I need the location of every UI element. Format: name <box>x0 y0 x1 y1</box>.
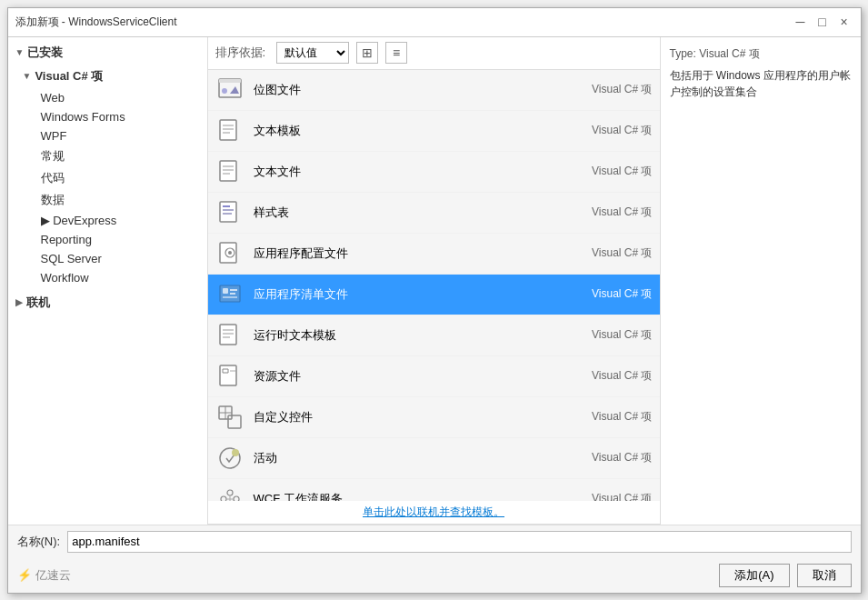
item-icon <box>215 198 244 227</box>
watermark-icon: ⚡ <box>17 568 32 582</box>
dialog-title: 添加新项 - WindowsServiceClient <box>15 15 177 30</box>
grid-view-button[interactable]: ⊞ <box>356 42 378 64</box>
item-name: 文本模板 <box>254 123 580 139</box>
item-name: 文本文件 <box>254 164 580 180</box>
nav-devexpress[interactable]: ▶ DevExpress <box>8 211 207 230</box>
list-item[interactable]: WCF 工作流服务 Visual C# 项 <box>208 479 660 501</box>
dialog: 添加新项 - WindowsServiceClient ─ □ × ▼ 已安装 … <box>7 7 862 594</box>
installed-label: 已安装 <box>27 45 63 61</box>
item-category: Visual C# 项 <box>580 245 653 261</box>
nav-web[interactable]: Web <box>8 88 207 107</box>
middle-panel: 排序依据: 默认值 名称 类型 ⊞ ≡ 位图文件 Visual C# 项 <box>208 37 661 525</box>
list-item[interactable]: 运行时文本模板 Visual C# 项 <box>208 315 660 356</box>
watermark: ⚡ 亿速云 <box>17 567 71 584</box>
item-name: 应用程序清单文件 <box>254 286 580 303</box>
item-category: Visual C# 项 <box>580 327 653 343</box>
item-icon <box>215 116 244 145</box>
svg-rect-31 <box>228 415 241 428</box>
add-button[interactable]: 添加(A) <box>719 564 789 587</box>
item-category: Visual C# 项 <box>580 450 653 465</box>
nav-workflow[interactable]: Workflow <box>8 268 207 287</box>
svg-rect-15 <box>223 213 232 215</box>
visual-csharp-label: Visual C# 项 <box>35 68 103 85</box>
item-name: WCF 工作流服务 <box>254 491 580 501</box>
list-item[interactable]: 资源文件 Visual C# 项 <box>208 356 660 397</box>
item-icon <box>215 75 244 105</box>
nav-sqlserver[interactable]: SQL Server <box>8 249 207 268</box>
nav-data[interactable]: 数据 <box>8 189 207 211</box>
item-name: 活动 <box>254 450 580 466</box>
installed-chevron: ▼ <box>15 47 25 57</box>
svg-point-37 <box>234 496 239 501</box>
list-item[interactable]: 自定义控件 Visual C# 项 <box>208 397 660 438</box>
item-icon <box>215 239 244 268</box>
installed-section[interactable]: ▼ 已安装 <box>8 41 207 65</box>
svg-rect-21 <box>230 289 237 291</box>
title-bar: 添加新项 - WindowsServiceClient ─ □ × <box>8 8 861 37</box>
title-buttons: ─ □ × <box>792 13 853 31</box>
item-category: Visual C# 项 <box>580 368 653 384</box>
svg-rect-12 <box>220 202 236 222</box>
item-icon <box>215 485 244 501</box>
item-name: 位图文件 <box>254 82 580 98</box>
list-item[interactable]: 样式表 Visual C# 项 <box>208 193 660 234</box>
item-name: 资源文件 <box>254 368 580 385</box>
item-name: 运行时文本模板 <box>254 327 580 344</box>
list-item[interactable]: 应用程序配置文件 Visual C# 项 <box>208 234 660 275</box>
svg-rect-22 <box>230 293 235 295</box>
nav-code[interactable]: 代码 <box>8 167 207 189</box>
svg-marker-3 <box>230 86 239 94</box>
minimize-button[interactable]: ─ <box>792 13 810 31</box>
name-bar: 名称(N): <box>8 525 861 558</box>
visual-csharp-chevron: ▼ <box>23 71 32 81</box>
svg-point-38 <box>227 490 233 495</box>
item-icon <box>215 321 244 350</box>
list-item[interactable]: 文本文件 Visual C# 项 <box>208 152 660 193</box>
right-panel: Type: Visual C# 项 包括用于 Windows 应用程序的用户帐户… <box>661 37 861 525</box>
item-icon <box>215 280 244 309</box>
nav-reporting[interactable]: Reporting <box>8 230 207 249</box>
svg-rect-8 <box>220 161 236 181</box>
nav-winforms[interactable]: Windows Forms <box>8 107 207 126</box>
list-item[interactable]: 活动 Visual C# 项 <box>208 438 660 479</box>
item-name: 自定义控件 <box>254 409 580 425</box>
nav-normal[interactable]: 常规 <box>8 145 207 167</box>
item-category: Visual C# 项 <box>580 409 653 425</box>
list-view-button[interactable]: ≡ <box>385 42 407 64</box>
sort-label: 排序依据: <box>215 45 266 61</box>
svg-point-35 <box>232 449 239 456</box>
online-label: 联机 <box>26 295 50 311</box>
list-item[interactable]: 位图文件 Visual C# 项 <box>208 70 660 111</box>
item-icon <box>215 403 244 432</box>
svg-point-36 <box>221 496 226 501</box>
item-category: Visual C# 项 <box>580 491 653 501</box>
maximize-button[interactable]: □ <box>813 13 832 31</box>
sort-select[interactable]: 默认值 名称 类型 <box>276 42 349 64</box>
close-button[interactable]: × <box>835 13 853 31</box>
description: 包括用于 Windows 应用程序的用户帐户控制的设置集合 <box>670 67 852 100</box>
visual-csharp-section[interactable]: ▼ Visual C# 项 <box>8 65 207 88</box>
item-icon <box>215 362 244 391</box>
online-link[interactable]: 单击此处以联机并查找模板。 <box>363 505 504 518</box>
svg-point-2 <box>222 88 227 94</box>
list-item[interactable]: 文本模板 Visual C# 项 <box>208 111 660 152</box>
list-item-selected[interactable]: 应用程序清单文件 Visual C# 项 <box>208 275 660 315</box>
svg-rect-4 <box>220 120 236 140</box>
svg-point-18 <box>228 251 232 255</box>
left-panel: ▼ 已安装 ▼ Visual C# 项 Web Windows Forms WP… <box>8 37 208 525</box>
type-label: Type: Visual C# 项 <box>670 46 852 62</box>
devexpress-chevron: ▶ <box>41 214 54 227</box>
online-section[interactable]: ▶ 联机 <box>8 291 207 315</box>
online-chevron: ▶ <box>15 297 23 307</box>
button-bar: ⚡ 亿速云 添加(A) 取消 <box>8 558 861 593</box>
svg-rect-1 <box>219 79 241 83</box>
cancel-button[interactable]: 取消 <box>797 564 852 587</box>
name-input[interactable] <box>67 531 851 553</box>
item-category: Visual C# 项 <box>580 286 653 302</box>
toolbar: 排序依据: 默认值 名称 类型 ⊞ ≡ <box>208 37 660 70</box>
svg-rect-23 <box>223 296 237 298</box>
watermark-text: 亿速云 <box>35 567 71 584</box>
nav-wpf[interactable]: WPF <box>8 126 207 145</box>
svg-rect-24 <box>220 325 236 345</box>
item-name: 应用程序配置文件 <box>254 245 580 262</box>
